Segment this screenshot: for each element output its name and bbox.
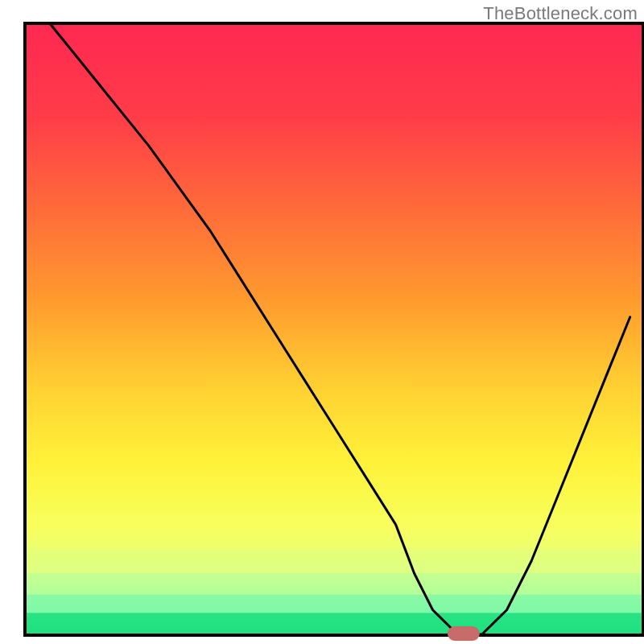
gradient-band (26, 595, 642, 613)
gradient-band (26, 549, 642, 573)
chart-container: TheBottleneck.com (0, 0, 644, 644)
watermark-text: TheBottleneck.com (483, 3, 638, 24)
optimal-marker (448, 626, 480, 641)
bottleneck-chart (0, 0, 644, 644)
gradient-band (26, 573, 642, 595)
gradient-band (26, 613, 642, 634)
